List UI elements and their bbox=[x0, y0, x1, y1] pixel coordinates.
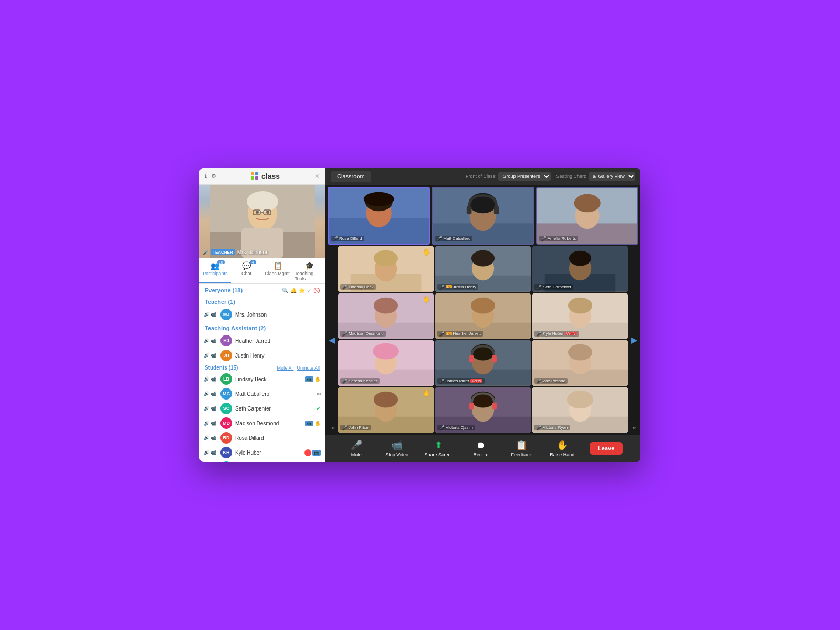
svg-rect-0 bbox=[251, 172, 254, 175]
mic-icon: 🎤 bbox=[437, 236, 442, 241]
video-area: 🎤 Rosa Dillard bbox=[326, 185, 640, 435]
video-name-tag: 🎤 Zoe Posada bbox=[534, 378, 568, 384]
seating-chart-select[interactable]: ⊞ Gallery View bbox=[589, 172, 635, 181]
stop-video-button[interactable]: 📹 Stop Video bbox=[384, 439, 410, 457]
bell-icon[interactable]: 🔔 bbox=[290, 288, 297, 293]
video-name-tag: 🎤 TA Justin Henry bbox=[437, 284, 478, 290]
avatar: HJ bbox=[220, 335, 232, 346]
teacher-mic-icon: 🎤 bbox=[203, 250, 208, 255]
record-button[interactable]: ⏺ Record bbox=[468, 440, 494, 457]
avatar: RD bbox=[220, 432, 232, 444]
svg-point-8 bbox=[247, 191, 278, 212]
avatar: SK bbox=[220, 461, 232, 462]
video-name-tag: 🎤 Madison Desmond bbox=[340, 331, 386, 337]
participant-badges: 📺 ✋ bbox=[305, 376, 321, 382]
svg-point-57 bbox=[373, 343, 399, 360]
seating-chart-label: Seating Chart: bbox=[556, 174, 586, 179]
checkmark-badge: ✔ bbox=[316, 405, 321, 412]
ta-badge: TA bbox=[446, 332, 452, 335]
stop-video-label: Stop Video bbox=[385, 452, 408, 457]
everyone-title: Everyone (18) bbox=[205, 287, 243, 293]
mic-icon: 🎤 bbox=[342, 425, 348, 430]
video-participant-name: Seth Carpenter bbox=[543, 285, 571, 289]
feedback-button[interactable]: 📋 Feedback bbox=[508, 439, 534, 457]
svg-point-45 bbox=[374, 297, 398, 313]
video-name-tag: 🎤 TA Heather Jarrett bbox=[437, 331, 483, 337]
mute-button[interactable]: 🎤 Mute bbox=[343, 439, 370, 457]
main-grid: 🎤 Lindsay Beck 🖐 bbox=[338, 246, 628, 433]
svg-rect-77 bbox=[492, 402, 497, 409]
participant-name: Seth Carpenter bbox=[235, 406, 313, 412]
hand-badge: ✋ bbox=[314, 376, 321, 382]
svg-rect-1 bbox=[255, 172, 258, 175]
prev-page-arrow[interactable]: ◀ bbox=[329, 334, 335, 344]
next-page-arrow[interactable]: ▶ bbox=[631, 334, 637, 344]
raise-hand-icon: ✋ bbox=[556, 439, 568, 451]
video-cell-kyle: 🎤 Kyle Huber Verify bbox=[532, 293, 628, 339]
participant-name: Justin Henry bbox=[235, 353, 321, 359]
avatar: MC bbox=[220, 388, 232, 400]
main-grid-container: ◀ 1/2 🎤 bbox=[328, 246, 638, 433]
video-name-tag: 🎤 Matt Caballero bbox=[435, 236, 472, 242]
ctrl-icons: 🔊📹 bbox=[204, 406, 216, 411]
video-name-tag: 🎤 Kyle Huber Verify bbox=[534, 331, 579, 337]
participant-name: Matt Caballero bbox=[235, 391, 313, 397]
mute-all-link[interactable]: Mute All bbox=[277, 365, 293, 371]
mute-label: Mute bbox=[351, 452, 362, 457]
video-cell-james: 🎤 James Miller Verify bbox=[435, 340, 531, 386]
verify-badge[interactable]: Verify bbox=[470, 379, 483, 383]
video-cell-matt: 🎤 Matt Caballero bbox=[432, 187, 534, 245]
students-actions: Mute All Unmute All bbox=[277, 365, 320, 371]
alert-badge: ! bbox=[304, 449, 311, 456]
participant-name: Rosa Dillard bbox=[235, 435, 321, 441]
ctrl-icon-1: 🔊 bbox=[204, 312, 209, 317]
search-icon[interactable]: 🔍 bbox=[282, 288, 288, 293]
avatar: MD bbox=[220, 417, 232, 429]
ctrl-icons: 🔊📹 bbox=[204, 338, 216, 343]
svg-point-67 bbox=[568, 344, 592, 361]
video-participant-name: Amelia Roberts bbox=[548, 236, 576, 241]
block-icon[interactable]: 🚫 bbox=[313, 288, 320, 293]
chat-badge: 4 bbox=[250, 260, 256, 264]
ctrl-icons: 🔊📹 bbox=[204, 421, 216, 426]
mic-icon: 🎤 bbox=[537, 331, 542, 336]
video-cell-madison: 🎤 Madison Desmond 🖐 bbox=[338, 293, 434, 339]
participant-name: Kyle Huber bbox=[235, 450, 301, 456]
record-icon: ⏺ bbox=[476, 440, 486, 451]
mute-icon: 🎤 bbox=[351, 439, 362, 451]
tab-participants[interactable]: 👥 Participants 18 bbox=[200, 258, 231, 284]
ctrl-icons: 🔊📹 bbox=[204, 435, 216, 440]
verify-badge[interactable]: Verify bbox=[565, 332, 578, 335]
page-indicator-left: 1/2 bbox=[330, 426, 335, 430]
ta-section-title: Teaching Assistant (2) bbox=[205, 325, 266, 331]
mic-icon: 🎤 bbox=[333, 236, 338, 241]
raise-hand-button[interactable]: ✋ Raise Hand bbox=[549, 439, 575, 457]
teacher-figure-svg bbox=[210, 185, 315, 258]
list-item: 🔊📹 KH Kyle Huber ! 📺 bbox=[200, 445, 325, 460]
participant-badges: 📺 ✋ bbox=[305, 421, 321, 426]
ctrl-icons: 🔊📹 bbox=[204, 450, 216, 455]
tab-teaching-tools[interactable]: 🎓 Teaching Tools bbox=[293, 258, 325, 284]
video-name-tag: 🎤 Victoria Qasim bbox=[437, 425, 475, 430]
tab-chat[interactable]: 💬 Chat 4 bbox=[231, 258, 262, 284]
video-participant-name: Serena Kessler bbox=[349, 379, 377, 383]
video-cell-john: 🎤 John Price 🖐 bbox=[338, 387, 434, 433]
leave-button[interactable]: Leave bbox=[590, 442, 623, 455]
check-icon[interactable]: ✓ bbox=[307, 288, 311, 293]
record-label: Record bbox=[473, 452, 488, 457]
classroom-tab[interactable]: Classroom bbox=[331, 171, 371, 182]
everyone-icons: 🔍 🔔 ⭐ ✓ 🚫 bbox=[282, 288, 320, 293]
nav-tabs: 👥 Participants 18 💬 Chat 4 📋 Class Mgmt.… bbox=[200, 258, 325, 284]
star-icon[interactable]: ⭐ bbox=[299, 288, 305, 293]
front-of-class-select[interactable]: Group Presenters bbox=[498, 172, 551, 181]
share-screen-button[interactable]: ⬆ Share Screen bbox=[424, 439, 453, 457]
unmute-all-link[interactable]: Unmute All bbox=[297, 365, 320, 371]
mic-icon: 🎤 bbox=[537, 285, 542, 289]
close-icon[interactable]: ✕ bbox=[314, 173, 320, 180]
video-name-tag: 🎤 James Miller Verify bbox=[437, 378, 485, 384]
video-participant-name: John Price bbox=[349, 425, 369, 430]
list-item: 🔊📹 RD Rosa Dillard bbox=[200, 430, 325, 445]
video-participant-name: Justin Henry bbox=[453, 285, 476, 289]
tab-class-mgmt[interactable]: 📋 Class Mgmt. bbox=[262, 258, 294, 284]
teacher-section-header: Teacher (1) bbox=[200, 296, 325, 307]
